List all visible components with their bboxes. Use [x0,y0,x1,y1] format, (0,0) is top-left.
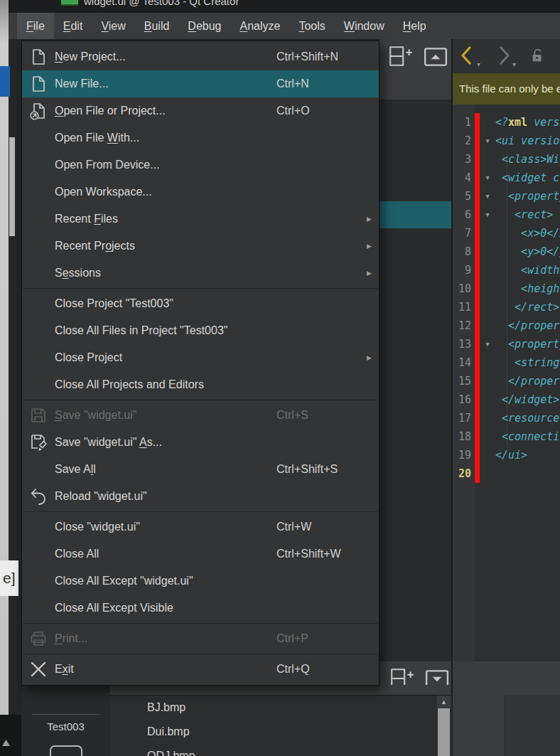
background-selection-fragment [0,66,10,97]
menu-item-close-all-projects-and-editors[interactable]: Close All Projects and Editors [22,371,379,398]
line-number: 20 [453,464,475,483]
background-pane [379,228,452,661]
code-line: 2▼<ui version="4.0"> [453,132,560,150]
menubar-item-debug[interactable]: Debug [178,13,230,39]
menu-item-label: Open File or Project... [55,105,166,117]
open-documents-selected-item[interactable] [379,201,452,228]
code-text: <property name="geometry"> [495,187,560,206]
menu-item-shortcut: Ctrl+Q [276,663,310,676]
line-number: 16 [453,390,475,409]
reload-icon [22,487,55,506]
submenu-arrow-icon: ▶ [367,270,372,277]
menubar-item-tools[interactable]: Tools [289,13,334,39]
lock-button[interactable] [529,47,546,67]
menu-item-label: Open File With... [55,132,139,144]
back-dropdown-icon[interactable]: ▾ [477,60,480,68]
menu-item-recent-projects[interactable]: Recent Projects▶ [22,233,379,260]
fold-column [480,113,495,132]
code-text: <height>600</height> [495,279,560,298]
fold-marker-icon[interactable]: ▼ [480,187,495,206]
menu-item-save-widget-ui-as[interactable]: Save "widget.ui" As... [22,429,379,456]
line-number: 8 [453,243,475,261]
documents-scrollbar[interactable]: ▲ [437,696,451,756]
open-document-item[interactable]: BJ.bmp [110,696,452,720]
menubar-item-build[interactable]: Build [135,13,179,39]
fold-marker-icon[interactable]: ▼ [480,132,495,150]
fold-marker-icon[interactable]: ▼ [480,206,495,224]
code-line: 8 <y>0</y> [453,243,560,261]
vcs-change-bar [475,298,480,316]
menu-item-label: Close All [55,548,99,560]
print-icon [22,629,55,648]
menu-item-close-project[interactable]: Close Project▶ [22,344,379,371]
menu-item-open-file-or-project[interactable]: Open File or Project...Ctrl+O [22,97,379,124]
menu-item-shortcut: Ctrl+W [276,521,311,533]
fold-column [480,261,495,279]
menu-item-reload-widget-ui[interactable]: Reload "widget.ui" [22,483,379,510]
menubar-item-analyze[interactable]: Analyze [231,13,290,39]
submenu-arrow-icon: ▶ [367,354,372,361]
menu-item-label: New Project... [55,50,126,63]
menu-item-close-all-except-visible[interactable]: Close All Except Visible [22,595,379,622]
menu-item-sessions[interactable]: Sessions▶ [22,260,379,287]
background-pane [379,100,452,201]
menubar-item-file[interactable]: File [17,13,54,39]
new-document-icon [22,75,55,93]
menubar-item-edit[interactable]: Edit [54,13,92,39]
code-line: 15 </property> [453,372,560,390]
vcs-change-bar [475,335,480,353]
mode-selector-column: Test003 [21,685,110,756]
menu-item-close-widget-ui[interactable]: Close "widget.ui"Ctrl+W [22,513,379,541]
code-line: 4▼ <widget class="QWidget" name="Widget"… [453,169,560,187]
fold-marker-icon[interactable]: ▼ [480,169,495,187]
menu-item-save-all[interactable]: Save AllCtrl+Shift+S [22,456,379,483]
menu-item-open-from-device[interactable]: Open From Device... [22,151,379,179]
code-line: 9 <width>800</width> [453,261,560,279]
menu-item-close-all-except-widget-ui[interactable]: Close All Except "widget.ui" [22,568,379,595]
menubar-item-view[interactable]: View [92,13,134,39]
open-document-item[interactable]: QDJ.bmp [110,744,452,756]
code-editor[interactable]: 1<?xml version="1.0" encoding="UTF-8"?>2… [453,105,560,661]
code-text: <?xml version="1.0" encoding="UTF-8"?> [495,113,560,132]
scroll-up-button[interactable]: ▲ [437,696,451,708]
menu-item-label: Close "widget.ui" [55,521,140,533]
menu-item-close-all-files-in-project-test003[interactable]: Close All Files in Project "Test003" [22,317,379,344]
menu-item-close-all[interactable]: Close AllCtrl+Shift+W [22,541,379,568]
mode-icon[interactable] [50,745,82,756]
code-text: <connections/> [495,427,560,446]
menu-item-save-widget-ui: Save "widget.ui"Ctrl+S [22,402,379,429]
vcs-change-bar [475,132,480,150]
fold-column [480,427,495,446]
back-button[interactable]: ▾ [458,45,477,69]
code-text: </property> [495,372,560,390]
open-document-item[interactable]: Dui.bmp [110,720,452,744]
line-number: 7 [453,224,475,243]
line-number: 15 [453,372,475,390]
fold-column [480,353,495,372]
menu-item-new-file[interactable]: New File...Ctrl+N [22,70,379,97]
scrollbar-thumb[interactable] [438,708,450,756]
menu-item-label: Close All Except "widget.ui" [55,575,193,587]
exit-icon [22,660,55,678]
menu-item-exit[interactable]: ExitCtrl+Q [22,656,379,683]
file-menu-dropdown: New Project...Ctrl+Shift+NNew File...Ctr… [21,41,379,686]
menu-item-shortcut: Ctrl+Shift+W [276,548,341,560]
menu-item-recent-files[interactable]: Recent Files▶ [22,206,379,233]
close-split-button[interactable] [424,46,448,70]
fold-marker-icon[interactable]: ▼ [480,335,495,353]
code-line: 14 <string>Widget</string> [453,353,560,372]
menubar-item-window[interactable]: Window [335,13,394,39]
document-name: Dui.bmp [147,725,190,738]
menu-item-open-file-with[interactable]: Open File With... [22,124,379,151]
menu-item-new-project[interactable]: New Project...Ctrl+Shift+N [22,43,379,70]
vcs-change-bar [475,279,480,298]
project-selector[interactable]: Test003 [21,720,110,733]
menu-item-close-project-test003[interactable]: Close Project "Test003" [22,290,379,317]
vcs-change-bar [475,446,480,464]
split-editor-button[interactable] [388,45,414,70]
forward-button[interactable]: ▾ [494,45,512,69]
editor-infobar: This file can only be edited in Design m… [453,73,560,105]
code-text: <ui version="4.0"> [495,132,560,150]
menu-item-open-workspace[interactable]: Open Workspace... [22,179,379,206]
menubar-item-help[interactable]: Help [394,13,436,39]
